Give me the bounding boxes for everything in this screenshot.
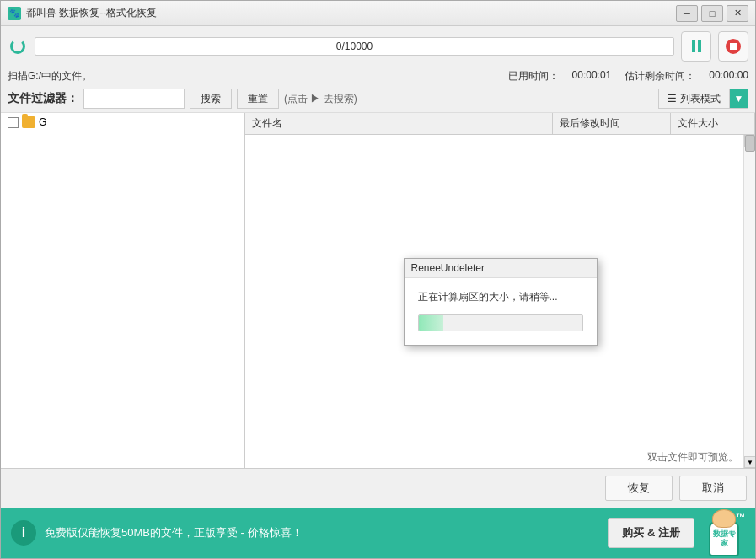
- remaining-label: 估计剩余时间：: [625, 69, 695, 83]
- loading-icon: [8, 36, 28, 56]
- close-button[interactable]: ✕: [727, 5, 748, 22]
- brand-label: ™: [736, 512, 745, 522]
- tree-item-label: G: [39, 116, 46, 128]
- view-mode-label: 列表模式: [680, 92, 721, 106]
- dialog-title-text: ReneeUndeleter: [411, 262, 485, 274]
- maximize-button[interactable]: □: [701, 5, 723, 22]
- buy-button[interactable]: 购买 & 注册: [608, 518, 694, 548]
- recover-button[interactable]: 恢复: [605, 476, 673, 501]
- dialog-body: 正在计算扇区的大小，请稍等...: [405, 278, 597, 345]
- main-window: 🐾 都叫兽 数据恢复--格式化恢复 ─ □ ✕ 0/10000: [0, 0, 756, 559]
- file-list-body: ReneeUndeleter 正在计算扇区的大小，请稍等... ▲: [245, 135, 755, 468]
- main-content: G 文件名 最后修改时间 文件大小 ReneeUndeleter 正在: [1, 113, 755, 468]
- filter-label: 文件过滤器：: [8, 91, 78, 106]
- file-list: 文件名 最后修改时间 文件大小 ReneeUndeleter 正在计算扇区的大小…: [245, 113, 755, 468]
- mascot-text: 数据专家: [710, 529, 737, 548]
- info-bar: i 免费版仅能恢复50MB的文件，正版享受 - 价格惊喜！ 购买 & 注册 数据…: [1, 508, 755, 558]
- action-bar: 恢复 取消: [1, 468, 755, 508]
- filter-bar: 文件过滤器： 搜索 重置 (点击 ▶ 去搜索) ☰ 列表模式 ▼: [1, 85, 755, 113]
- minimize-button[interactable]: ─: [676, 5, 698, 22]
- stop-icon: [726, 39, 741, 54]
- elapsed-value: 00:00:01: [572, 69, 612, 83]
- scrollbar-thumb[interactable]: [745, 135, 755, 152]
- folder-icon: [22, 116, 35, 128]
- cancel-button[interactable]: 取消: [679, 476, 747, 501]
- stop-button[interactable]: [718, 31, 748, 62]
- filter-input[interactable]: [83, 89, 185, 109]
- col-header-filename: 文件名: [245, 113, 553, 134]
- pause-icon: [690, 40, 702, 52]
- info-message: 免费版仅能恢复50MB的文件，正版享受 - 价格惊喜！: [45, 525, 599, 540]
- window-title: 都叫兽 数据恢复--格式化恢复: [26, 6, 676, 20]
- list-icon: ☰: [668, 93, 677, 105]
- view-mode-button[interactable]: ☰ 列表模式: [658, 89, 730, 109]
- file-list-header: 文件名 最后修改时间 文件大小: [245, 113, 755, 135]
- app-icon: 🐾: [8, 7, 21, 20]
- dialog-overlay: ReneeUndeleter 正在计算扇区的大小，请稍等...: [245, 135, 755, 468]
- preview-hint: 双击文件即可预览。: [647, 450, 738, 465]
- title-bar: 🐾 都叫兽 数据恢复--格式化恢复 ─ □ ✕: [1, 1, 755, 26]
- mascot-body: 数据专家: [709, 521, 739, 556]
- file-tree: G: [1, 113, 245, 468]
- toolbar: 0/10000: [1, 26, 755, 67]
- dialog-title: ReneeUndeleter: [405, 259, 597, 278]
- scrollbar-arrow-down[interactable]: ▼: [744, 456, 755, 468]
- col-header-size: 文件大小: [671, 113, 755, 134]
- mascot: 数据专家 ™: [703, 510, 745, 556]
- dialog-message: 正在计算扇区的大小，请稍等...: [418, 290, 583, 304]
- remaining-value: 00:00:00: [709, 69, 748, 83]
- pause-button[interactable]: [681, 31, 711, 62]
- info-icon: i: [11, 520, 36, 546]
- dialog-progress-fill: [419, 315, 443, 331]
- filter-hint: (点击 ▶ 去搜索): [284, 92, 357, 106]
- mascot-head: [712, 509, 736, 528]
- search-button[interactable]: 搜索: [190, 89, 232, 109]
- tree-checkbox[interactable]: [8, 117, 19, 128]
- window-controls: ─ □ ✕: [676, 5, 748, 22]
- view-selector: ☰ 列表模式 ▼: [658, 89, 748, 109]
- reset-button[interactable]: 重置: [237, 89, 279, 109]
- elapsed-label: 已用时间：: [508, 69, 559, 83]
- scan-status: 扫描G:/中的文件。: [8, 69, 505, 83]
- status-bar: 扫描G:/中的文件。 已用时间： 00:00:01 估计剩余时间： 00:00:…: [1, 67, 755, 85]
- scrollbar-vertical[interactable]: ▲ ▼: [743, 135, 755, 468]
- tree-item-g[interactable]: G: [1, 113, 244, 132]
- view-dropdown-button[interactable]: ▼: [730, 89, 748, 109]
- progress-bar: 0/10000: [35, 37, 674, 56]
- time-status: 已用时间： 00:00:01 估计剩余时间： 00:00:00: [508, 69, 748, 83]
- col-header-date: 最后修改时间: [553, 113, 671, 134]
- progress-text: 0/10000: [336, 40, 373, 52]
- dialog-progress-bar: [418, 314, 583, 331]
- progress-dialog: ReneeUndeleter 正在计算扇区的大小，请稍等...: [404, 258, 598, 346]
